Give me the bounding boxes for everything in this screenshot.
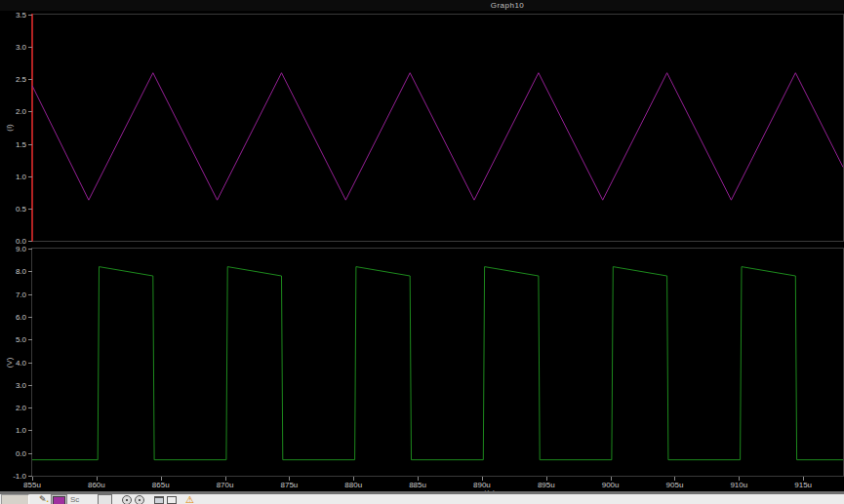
x-tick-label: 910u bbox=[723, 481, 754, 489]
x-tick-label: 855u bbox=[17, 481, 48, 489]
y-tick-label: 2.0 bbox=[0, 404, 26, 412]
y-tick-label: 0.0 bbox=[0, 449, 26, 458]
y-tick-label: 1.5 bbox=[0, 140, 26, 149]
info-icon[interactable] bbox=[135, 495, 144, 504]
y-tick-label: 5.0 bbox=[0, 335, 26, 344]
y-tick-label: 1.0 bbox=[0, 173, 26, 181]
y-tick-mark bbox=[28, 241, 32, 242]
y-axis-label: (V) bbox=[5, 351, 15, 374]
y-tick-label: 3.5 bbox=[0, 11, 26, 19]
x-tick-label: 885u bbox=[402, 481, 433, 489]
graph-title: Graph10 bbox=[420, 1, 595, 10]
clock-icon[interactable] bbox=[122, 495, 132, 504]
plot-0-traces bbox=[32, 15, 843, 241]
warning-icon[interactable]: ⚠ bbox=[185, 494, 194, 504]
graph-window: Graph10 0.00.51.01.52.02.53.03.5(I)-1.00… bbox=[0, 0, 844, 504]
scale-label: Sc bbox=[70, 494, 88, 504]
bottom-toolbar: ✎. Sc ⚠ bbox=[0, 494, 844, 504]
y-tick-label: 0.5 bbox=[0, 205, 26, 213]
x-tick-label: 870u bbox=[210, 481, 241, 489]
pointer-pen-icon[interactable]: ✎. bbox=[39, 494, 48, 504]
y-axis-label: (I) bbox=[5, 116, 15, 139]
status-cell bbox=[1, 494, 29, 504]
triangle-wave-trace bbox=[32, 73, 843, 201]
magenta-swatch-icon bbox=[53, 496, 65, 504]
y-tick-label: 2.5 bbox=[0, 75, 26, 84]
y-tick-label: 3.0 bbox=[0, 381, 26, 390]
y-tick-label: 7.0 bbox=[0, 291, 26, 299]
x-tick-label: 900u bbox=[595, 481, 626, 489]
window-cascade-icon[interactable] bbox=[167, 496, 177, 504]
trace-color-button[interactable] bbox=[51, 494, 67, 504]
x-tick-label: 865u bbox=[145, 481, 177, 489]
y-tick-label: 9.0 bbox=[0, 245, 26, 253]
graph-titlebar: Graph10 bbox=[0, 0, 844, 11]
window-tile-icon[interactable] bbox=[154, 496, 164, 504]
y-tick-label: 3.0 bbox=[0, 43, 26, 52]
x-tick-label: 895u bbox=[531, 481, 562, 489]
y-tick-label: 6.0 bbox=[0, 313, 26, 322]
x-tick-label: 905u bbox=[659, 481, 690, 489]
square-wave-trace bbox=[32, 267, 843, 460]
y-tick-label: 8.0 bbox=[0, 267, 26, 276]
x-tick-label: 915u bbox=[787, 481, 819, 489]
y-tick-label: 1.0 bbox=[0, 426, 26, 435]
x-tick-label: 860u bbox=[81, 481, 112, 489]
plot-1-traces bbox=[32, 249, 843, 476]
chart-window-button[interactable] bbox=[98, 494, 112, 504]
y-tick-label: -1.0 bbox=[0, 472, 26, 481]
x-tick-label: 880u bbox=[338, 481, 369, 489]
x-tick-label: 875u bbox=[273, 481, 304, 489]
